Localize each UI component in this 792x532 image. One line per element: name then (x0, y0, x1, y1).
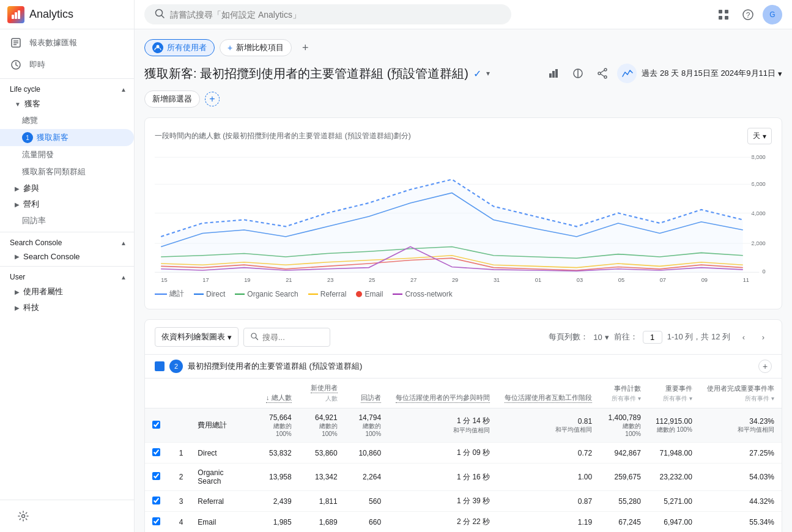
search-input[interactable] (170, 10, 501, 20)
line-chart-icon-btn[interactable] (617, 64, 637, 83)
user-attr-subsection[interactable]: ▶ 使用者屬性 (0, 284, 134, 300)
add-comparison-btn[interactable]: + 新增比較項目 (220, 39, 292, 56)
settings-icon (17, 510, 29, 522)
prev-page-btn[interactable]: ‹ (735, 328, 752, 345)
th-returning[interactable]: 回訪者 (345, 379, 388, 408)
dimension-select[interactable]: 依資料列繪製圖表 ▾ (155, 327, 239, 347)
period-select[interactable]: 天 ▾ (747, 128, 772, 144)
legend-organic-search-label: Organic Search (247, 290, 298, 298)
table-search-input[interactable] (262, 333, 324, 342)
traffic-label: 流量開發 (22, 149, 54, 160)
sidebar-item-similar[interactable]: 獲取新客同類群組 (0, 163, 134, 180)
row-returning-1: 2,264 (345, 464, 388, 491)
lifecycle-section[interactable]: Life cycle ▲ (0, 81, 134, 96)
page-title-row: 獲取新客: 最初招攬到使用者的主要管道群組 (預設管道群組) ✓ ▾ (144, 64, 782, 83)
blue-square-icon (155, 361, 165, 371)
row-completion-rate-3: 55.34% (700, 512, 782, 533)
legend-email[interactable]: Email (356, 290, 383, 298)
new-users-badge: 1 (22, 132, 33, 143)
user-avatar-icon (152, 42, 163, 53)
legend-organic-search[interactable]: Organic Search (235, 290, 298, 298)
sidebar-item-retain[interactable]: 回訪率 (0, 212, 134, 229)
total-new-users-cell: 64,921 總數的 100% (299, 408, 345, 443)
page-content: 所有使用者 + 新增比較項目 + 獲取新客: 最初招攬到使用者的主要管道群組 (… (135, 29, 792, 532)
date-range-selector[interactable]: 過去 28 天 8月15日至 2024年9月11日 ▾ (642, 68, 782, 79)
th-checkbox (145, 379, 168, 408)
pagination-nav: ‹ › (735, 328, 772, 345)
row-total-users-2: 2,439 (254, 491, 299, 512)
retain-label: 回訪率 (22, 215, 46, 226)
th-avg-engage-label: 每位活躍使用者的平均參與時間 (396, 393, 490, 403)
th-engage-per-session[interactable]: 每位活躍使用者互動工作階段 (497, 379, 599, 408)
table-row: 2 Organic Search 13,958 13,342 2,264 1 分… (145, 464, 782, 491)
add-filter-btn[interactable]: + (297, 39, 314, 56)
page-input[interactable] (643, 331, 662, 344)
table-search-box[interactable] (243, 328, 330, 347)
help-icon-btn[interactable]: ? (738, 5, 758, 24)
th-key-events[interactable]: 重要事件 所有事件 ▾ (648, 379, 700, 408)
total-checkbox[interactable] (152, 421, 160, 429)
lifecycle-chevron: ▲ (120, 86, 127, 93)
legend-total[interactable]: 總計 (155, 289, 184, 299)
svg-rect-12 (725, 10, 728, 13)
legend-referral[interactable]: Referral (308, 290, 347, 298)
global-search-bar[interactable] (144, 4, 511, 24)
search-console-sub[interactable]: ▶ Search Console (0, 249, 134, 264)
acquire-chevron: ▼ (15, 101, 21, 108)
apps-icon-btn[interactable] (714, 5, 733, 24)
row-new-users-0: 53,860 (299, 443, 345, 464)
monetize-subsection[interactable]: ▶ 營利 (0, 196, 134, 212)
th-avg-engage[interactable]: 每位活躍使用者的平均參與時間 (388, 379, 497, 408)
total-engage-per-session-value: 0.81 (505, 417, 592, 426)
add-segment-circle-btn[interactable]: + (205, 92, 220, 106)
user-section[interactable]: User ▲ (0, 269, 134, 284)
all-users-label: 所有使用者 (167, 42, 207, 53)
row-checkbox-0[interactable] (152, 448, 160, 456)
th-events[interactable]: 事件計數 所有事件 ▾ (599, 379, 648, 408)
svg-rect-14 (725, 16, 728, 20)
next-page-btn[interactable]: › (755, 328, 772, 345)
row-num-2: 3 (168, 491, 190, 512)
row-checkbox-1[interactable] (152, 472, 160, 480)
chart-legend: 總計 Direct Organic Search Referral Email (155, 289, 772, 299)
add-column-btn[interactable]: + (758, 360, 772, 373)
sidebar-item-traffic[interactable]: 流量開發 (0, 146, 134, 163)
legend-cross-network[interactable]: Cross-network (393, 290, 452, 298)
total-returning-pct: 總數的 100% (352, 422, 381, 437)
avatar[interactable]: G (763, 5, 782, 24)
sidebar-item-realtime[interactable]: 即時 (0, 54, 134, 76)
svg-text:29: 29 (452, 276, 458, 283)
legend-direct[interactable]: Direct (194, 290, 225, 298)
total-label-cell: 費用總計 (190, 408, 253, 443)
share-icon-btn[interactable] (593, 64, 612, 83)
compare-icon-btn[interactable] (568, 64, 588, 83)
svg-rect-0 (12, 15, 14, 19)
sidebar-item-settings[interactable] (7, 505, 127, 527)
rows-per-page-select[interactable]: 10 ▾ (593, 333, 609, 342)
search-console-section[interactable]: Search Console ▲ (0, 235, 134, 249)
add-segment-btn[interactable]: 新增篩選器 (144, 91, 200, 108)
row-checkbox-2[interactable] (152, 497, 160, 504)
row-checkbox-cell-3 (145, 512, 168, 533)
engage-subsection[interactable]: ▶ 參與 (0, 180, 134, 196)
row-checkbox-3[interactable] (152, 517, 160, 525)
th-completion-rate[interactable]: 使用者完成重要事件率 所有事件 ▾ (700, 379, 782, 408)
svg-text:9月: 9月 (531, 283, 541, 284)
sidebar-item-reports[interactable]: 報表數據匯報 (0, 32, 134, 54)
chart-svg: 8,000 6,000 4,000 2,000 0 15 8月 17 19 (155, 149, 772, 284)
svg-point-8 (22, 515, 25, 518)
bar-chart-icon-btn[interactable] (544, 64, 563, 83)
sidebar-item-new-users[interactable]: 1 獲取新客 (0, 129, 134, 146)
total-row: 費用總計 75,664 總數的 100% 64,921 總數的 100% (145, 408, 782, 443)
total-key-events-value: 112,915.00 (656, 417, 692, 426)
title-dropdown-icon[interactable]: ▾ (486, 69, 490, 78)
acquire-subsection[interactable]: ▼ 獲客 (0, 96, 134, 112)
search-icon (154, 8, 165, 21)
tech-subsection[interactable]: ▶ 科技 (0, 300, 134, 316)
sidebar-item-overview[interactable]: 總覽 (0, 112, 134, 129)
th-total-users[interactable]: ↓ 總人數 (254, 379, 299, 408)
all-users-chip[interactable]: 所有使用者 (144, 39, 215, 56)
th-new-users[interactable]: 新使用者 人數 (299, 379, 345, 408)
plus-icon: + (228, 43, 232, 53)
row-key-events-2: 5,271.00 (648, 491, 700, 512)
